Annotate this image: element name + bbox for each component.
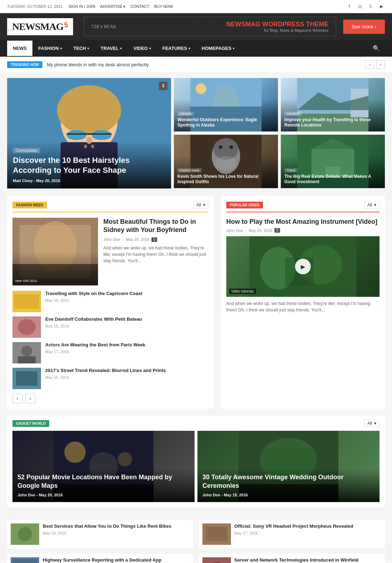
- fashion-list-date-1: May 19, 2016: [45, 298, 208, 303]
- main-nav: NEWS FASHION ▾ TECH ▾ TRAVEL ▾ VIDEO ▾ F…: [0, 40, 392, 57]
- search-icon[interactable]: 🔍: [368, 40, 385, 57]
- chevron-down-icon: ▾: [374, 421, 376, 426]
- gadget-card-1[interactable]: 52 Popular Movie Locations Have Been Map…: [12, 431, 195, 502]
- svg-point-4: [67, 130, 87, 140]
- twitter-icon[interactable]: 𝕏: [367, 3, 374, 10]
- small-article-title-3[interactable]: Highway Surveillance Reporting with a De…: [43, 557, 190, 563]
- fashion-main-info: Most Beautiful Things to Do in Sidney wi…: [103, 218, 208, 285]
- facebook-icon[interactable]: f: [346, 3, 353, 10]
- chevron-down-icon: ▾: [203, 202, 205, 207]
- svg-point-36: [18, 319, 36, 335]
- small-article-title-4[interactable]: Server and Network Technologies Introduc…: [234, 557, 382, 563]
- instagram-icon[interactable]: ◎: [356, 3, 363, 10]
- nav-fashion[interactable]: FASHION ▾: [32, 41, 68, 56]
- small-article-thumb-3[interactable]: [11, 557, 39, 563]
- video-thumbnail[interactable]: ▶ Video tutorials: [226, 236, 380, 297]
- fashion-list-thumb-1[interactable]: [12, 291, 41, 312]
- fashion-list-title-3[interactable]: Actors Are Wearing the Best from Paris W…: [45, 342, 208, 348]
- fashion-main-image[interactable]: New York 2014: [12, 218, 98, 285]
- logo[interactable]: NEWSMAG5: [7, 18, 73, 35]
- fashion-next-button[interactable]: ›: [25, 393, 35, 403]
- fashion-list-thumb-3[interactable]: [12, 342, 41, 363]
- hero-card-1[interactable]: Lifestyle Wonderful Outdoors Experience:…: [174, 78, 278, 132]
- nav-homepages[interactable]: HOMEPAGES ▾: [196, 41, 241, 56]
- header-banner: NEWSMAG5 728 x 90 Ad NEWSMAG WORDPRESS T…: [0, 13, 392, 40]
- hero-main-article[interactable]: 3 Cosmopolitan Discover the 10 Best Hair…: [7, 78, 171, 188]
- nav-tech[interactable]: TECH ▾: [68, 41, 95, 56]
- hero-card-4-category: Travel: [284, 168, 298, 172]
- gadget-filter-dropdown[interactable]: All ▾: [364, 419, 380, 427]
- small-article-thumb-1[interactable]: [11, 523, 39, 545]
- small-article-info-1: Best Services that Allow You to Do Thing…: [43, 523, 190, 535]
- youtube-icon[interactable]: ▶: [378, 3, 385, 10]
- fashion-list-info-2: Eve Davidoff Collaborates With Petit Bat…: [45, 316, 208, 328]
- nav-travel[interactable]: TRAVEL ▾: [95, 41, 128, 56]
- gadget-card-2[interactable]: 30 Totally Awesome Vintage Wedding Outdo…: [197, 431, 380, 502]
- svg-rect-58: [206, 527, 227, 541]
- hero-main-title: Discover the 10 Best Hairstyles Accordin…: [13, 155, 165, 176]
- gadget-header: GADGET WORLD All ▾: [7, 416, 385, 431]
- video-filter-dropdown[interactable]: All ▾: [364, 201, 380, 209]
- svg-rect-34: [14, 294, 39, 309]
- chevron-down-icon: ▾: [233, 47, 234, 50]
- small-article-info-3: Highway Surveillance Reporting with a De…: [43, 557, 190, 563]
- small-article-title-2[interactable]: Official: Sony VR Headset Project Morphe…: [234, 523, 382, 530]
- video-filter-label: All: [367, 202, 372, 207]
- small-article-title-1[interactable]: Best Services that Allow You to Do Thing…: [43, 523, 190, 530]
- gadget-card-2-author: John Doe: [202, 493, 220, 497]
- fashion-prev-button[interactable]: ‹: [12, 393, 22, 403]
- popular-video-section: POPULAR VIDEO All ▾ How to Play the Most…: [221, 196, 385, 409]
- small-article-thumb-4[interactable]: [202, 557, 231, 563]
- fashion-list: Travelling with Style on the Capricorn C…: [12, 291, 208, 389]
- svg-point-47: [65, 441, 86, 463]
- fashion-filter-dropdown[interactable]: All ▾: [193, 201, 208, 209]
- fashion-date-sep: -: [122, 237, 124, 242]
- hero-section: 3 Cosmopolitan Discover the 10 Best Hair…: [7, 78, 385, 188]
- nav-news[interactable]: NEWS: [7, 41, 32, 56]
- hero-card-2-category: Activities: [284, 112, 301, 116]
- logo-num: 5: [64, 21, 68, 29]
- gadget-card-1-title: 52 Popular Movie Locations Have Been Map…: [17, 473, 190, 490]
- small-article-thumb-2[interactable]: [202, 523, 231, 545]
- hero-card-1-title: Wonderful Outdoors Experience: Eagle Spo…: [177, 117, 274, 128]
- fashion-list-title-1[interactable]: Travelling with Style on the Capricorn C…: [45, 291, 208, 297]
- video-article-title[interactable]: How to Play the Most Amazing Instrument …: [226, 218, 380, 226]
- fashion-list-thumb-4[interactable]: [12, 368, 41, 389]
- svg-rect-60: [12, 559, 37, 563]
- contact-link[interactable]: CONTACT: [130, 4, 149, 9]
- nav-features[interactable]: FEATURES ▾: [157, 41, 196, 56]
- fashion-list-thumb-2[interactable]: [12, 316, 41, 338]
- fashion-date: May 20, 2016: [126, 237, 150, 242]
- svg-point-22: [229, 145, 233, 149]
- chevron-down-icon: ▾: [374, 202, 376, 207]
- hero-card-3-category: Fashion week: [177, 168, 202, 172]
- video-play-button[interactable]: ▶: [295, 259, 311, 274]
- hero-card-3[interactable]: Fashion week Kevin Smith Shows his Love …: [174, 135, 278, 188]
- gadget-filter-label: All: [367, 421, 372, 426]
- fashion-main-meta: John Doe - May 20, 2016 0: [103, 237, 208, 242]
- svg-rect-6: [67, 133, 112, 135]
- trending-next-button[interactable]: ›: [376, 60, 385, 69]
- svg-rect-39: [18, 356, 36, 363]
- see-more-button[interactable]: See more ›: [343, 20, 385, 34]
- hero-card-4[interactable]: Travel The Big Real Estate Debate: What …: [281, 135, 385, 188]
- svg-point-2: [57, 85, 121, 135]
- buynow-link[interactable]: BUY NOW: [154, 4, 173, 9]
- video-section-header: POPULAR VIDEO All ▾: [226, 201, 380, 212]
- fashion-list-info-3: Actors Are Wearing the Best from Paris W…: [45, 342, 208, 354]
- chevron-down-icon: ▾: [189, 47, 190, 50]
- list-item: Actors Are Wearing the Best from Paris W…: [12, 342, 208, 363]
- trending-prev-button[interactable]: ‹: [366, 60, 374, 69]
- video-meta: John Doe - May 20, 2016 0: [226, 228, 380, 233]
- ad-size: 728 x 90 Ad: [91, 24, 116, 29]
- fashion-list-title-2[interactable]: Eve Davidoff Collaborates With Petit Bat…: [45, 316, 208, 322]
- svg-point-56: [18, 527, 32, 541]
- fashion-image-label: New York 2014: [15, 279, 37, 283]
- fashion-main-title[interactable]: Most Beautiful Things to Do in Sidney wi…: [103, 218, 208, 234]
- fashion-filter-label: All: [196, 202, 201, 207]
- advertise-link[interactable]: ADVERTISE ▾: [100, 4, 125, 9]
- nav-video[interactable]: VIDEO ▾: [128, 41, 156, 56]
- hero-card-2[interactable]: Activities Improve your Health by Travel…: [281, 78, 385, 132]
- fashion-list-title-4[interactable]: 2017's Street Trend Revealed: Blurred Li…: [45, 368, 208, 374]
- signin-link[interactable]: SIGN IN / JOIN: [68, 4, 95, 9]
